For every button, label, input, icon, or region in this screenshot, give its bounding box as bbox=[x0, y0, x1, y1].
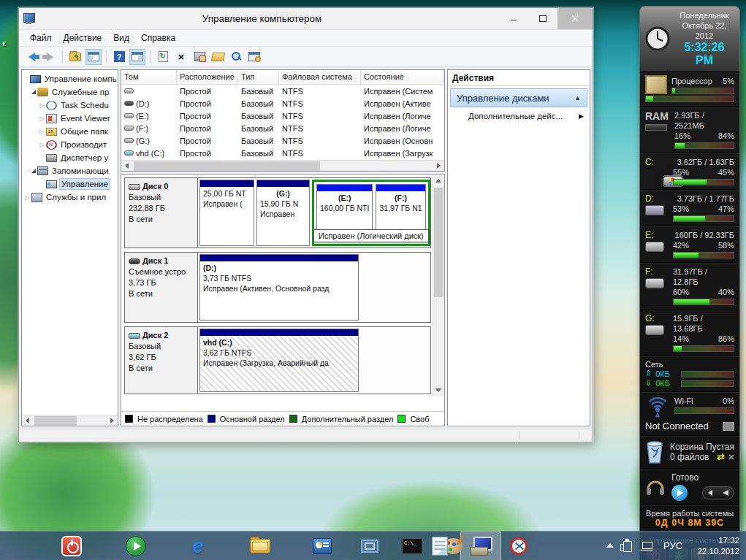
gadget-clock-section[interactable]: Понедельник Октябрь 22, 2012 5:32:26 PM bbox=[640, 7, 739, 72]
volume-row[interactable]: vhd (C:) Простой Базовый NTFS Исправен (… bbox=[121, 147, 444, 159]
taskbar-internet-explorer-icon[interactable]: e bbox=[186, 534, 210, 558]
partition-system[interactable]: 25,00 ГБ NT Исправен ( bbox=[199, 180, 254, 246]
scrollbar-thumb[interactable] bbox=[134, 161, 320, 171]
tree-expander-collapsed[interactable]: ▷ bbox=[38, 102, 46, 109]
tree-expander-collapsed[interactable]: ▷ bbox=[23, 194, 31, 201]
volume-row[interactable]: (F:) Простой Базовый NTFS Исправен (Логи… bbox=[121, 122, 444, 134]
recycle-refresh-icon[interactable]: ⇄ bbox=[717, 452, 725, 462]
scrollbar-thumb[interactable] bbox=[434, 188, 444, 297]
maximize-button[interactable] bbox=[528, 8, 557, 29]
taskbar-snipping-tool-icon[interactable] bbox=[507, 534, 530, 558]
tree-expander-expanded[interactable] bbox=[29, 169, 37, 173]
open-button[interactable] bbox=[210, 49, 226, 65]
show-action-pane-button[interactable] bbox=[129, 49, 145, 65]
find-button[interactable] bbox=[228, 49, 244, 65]
volume-control[interactable] bbox=[702, 486, 734, 499]
taskbar-clock[interactable]: 17:32 22.10.2012 bbox=[694, 535, 739, 557]
tree-item-computer-management[interactable]: Управление компь bbox=[22, 72, 118, 85]
column-header-layout[interactable]: Расположение bbox=[177, 70, 238, 84]
scrollbar-thumb[interactable] bbox=[34, 416, 77, 426]
volume-list-horizontal-scrollbar[interactable] bbox=[121, 160, 444, 171]
close-button[interactable]: ✕ bbox=[557, 8, 593, 29]
tree-item-device-manager[interactable]: Диспетчер у bbox=[22, 151, 118, 164]
tree-expander-collapsed[interactable]: ▷ bbox=[38, 129, 46, 135]
menu-help[interactable]: Справка bbox=[136, 31, 180, 45]
tree-item-event-viewer[interactable]: ▷ Event Viewer bbox=[22, 112, 118, 125]
help-button[interactable]: ? bbox=[111, 49, 127, 65]
battery-icon[interactable] bbox=[623, 541, 632, 552]
taskbar-file-explorer-icon[interactable] bbox=[248, 534, 272, 558]
taskbar-notepad-icon[interactable] bbox=[428, 534, 452, 558]
tree-item-storage[interactable]: Запоминающи bbox=[22, 164, 118, 177]
scroll-left-arrow[interactable] bbox=[22, 415, 33, 426]
tree-item-task-scheduler[interactable]: ▷ Task Schedu bbox=[22, 99, 118, 112]
partition-d[interactable]: (D:) 3,73 ГБ NTFS Исправен (Активен, Осн… bbox=[199, 254, 359, 321]
taskbar-media-player-icon[interactable] bbox=[124, 534, 148, 558]
tree-item-system-tools[interactable]: Служебные пр bbox=[22, 85, 118, 99]
disk-1-label[interactable]: Диск 1 Съемное устро 3,73 ГБ В сети bbox=[125, 253, 198, 322]
tree-expander-expanded[interactable] bbox=[29, 90, 37, 94]
scroll-left-arrow[interactable] bbox=[121, 161, 132, 172]
column-header-volume[interactable]: Том bbox=[121, 70, 177, 84]
disk-2-label[interactable]: Диск 2 Базовый 3,62 ГБ В сети bbox=[125, 327, 198, 394]
tree-expander-collapsed[interactable]: ▷ bbox=[38, 142, 46, 148]
speaker-low-icon[interactable] bbox=[708, 490, 712, 496]
tree-item-shared-folders[interactable]: ▷ Общие папк bbox=[22, 125, 118, 138]
partition-vhd-c[interactable]: vhd (C:) 3,62 ГБ NTFS Исправен (Загрузка… bbox=[199, 329, 359, 392]
delete-button[interactable]: × bbox=[173, 49, 189, 65]
properties-button[interactable] bbox=[191, 49, 208, 65]
back-button[interactable] bbox=[23, 49, 39, 65]
menu-action[interactable]: Действие bbox=[58, 31, 107, 45]
disk-view-vertical-scrollbar[interactable] bbox=[433, 175, 444, 396]
volume-row[interactable]: (E:) Простой Базовый NTFS Исправен (Логи… bbox=[121, 110, 444, 122]
forward-button[interactable] bbox=[42, 49, 58, 65]
column-header-filesystem[interactable]: Файловая система bbox=[279, 70, 361, 84]
network-tray-icon[interactable] bbox=[642, 542, 652, 549]
scroll-right-arrow[interactable] bbox=[107, 415, 118, 426]
gadget-recycle-section[interactable]: КорзинаПустая 0 файлов ⇄ × bbox=[640, 436, 739, 469]
scroll-up-arrow[interactable] bbox=[433, 175, 444, 186]
gadget-cpu-section[interactable]: Процессор5% bbox=[640, 72, 739, 107]
menu-file[interactable]: Файл bbox=[25, 31, 57, 45]
taskbar-control-panel-icon[interactable] bbox=[311, 534, 334, 558]
scroll-right-arrow[interactable] bbox=[433, 161, 444, 172]
taskbar-frames-icon[interactable] bbox=[358, 534, 381, 558]
gadget-drive-f[interactable]: F: 31.97ГБ / 12.8ГБ 60%40% bbox=[640, 263, 739, 310]
tree-item-services[interactable]: ▷ Службы и прил bbox=[22, 191, 118, 204]
gadget-drive-e[interactable]: E: 160ГБ / 92.33ГБ 42%58% bbox=[640, 226, 739, 263]
gadget-drive-c[interactable]: C: 3.62ГБ / 1.63ГБ 55%45% bbox=[640, 153, 739, 190]
show-hidden-icons-arrow[interactable] bbox=[606, 543, 614, 548]
more-actions-item[interactable]: Дополнительные дейс... ▶ bbox=[448, 107, 590, 123]
tree-item-performance[interactable]: ▷ Производит bbox=[22, 138, 118, 151]
taskbar-computer-management-icon[interactable] bbox=[469, 534, 492, 558]
gadget-drive-d[interactable]: D: 3.73ГБ / 1.77ГБ 53%47% bbox=[640, 190, 739, 226]
volume-row[interactable]: Простой Базовый NTFS Исправен (Систем bbox=[121, 85, 444, 97]
column-header-status[interactable]: Состояние bbox=[361, 70, 444, 84]
partition-g[interactable]: (G:) 15,90 ГБ N Исправен bbox=[256, 180, 310, 246]
title-bar[interactable]: Управление компьютером – ✕ bbox=[19, 8, 593, 30]
collapse-icon[interactable]: ▲ bbox=[574, 94, 581, 101]
disk-management-tool-button[interactable] bbox=[246, 49, 262, 65]
up-one-level-button[interactable] bbox=[67, 49, 83, 65]
recycle-empty-icon[interactable]: × bbox=[728, 452, 734, 462]
gadget-wifi-section[interactable]: Wi-Fi0% Not Connected bbox=[640, 392, 739, 436]
scroll-down-arrow[interactable] bbox=[433, 385, 444, 396]
volume-row[interactable]: (G:) Простой Базовый NTFS Исправен (Осно… bbox=[121, 134, 444, 147]
tree-item-disk-management[interactable]: Управление bbox=[22, 177, 118, 191]
column-header-type[interactable]: Тип bbox=[238, 70, 279, 84]
refresh-button[interactable] bbox=[155, 49, 171, 65]
disk-management-action-group[interactable]: Управление дисками ▲ bbox=[450, 88, 587, 107]
gadget-audio-section[interactable]: Готово bbox=[640, 469, 739, 505]
play-button[interactable] bbox=[671, 485, 688, 501]
tree-horizontal-scrollbar[interactable] bbox=[22, 415, 118, 426]
gadget-network-section[interactable]: Сеть ⇑ 0КБ ⇓ 0КБ bbox=[640, 356, 739, 392]
language-indicator[interactable]: РУС bbox=[663, 540, 682, 551]
speaker-high-icon[interactable] bbox=[723, 490, 728, 496]
menu-view[interactable]: Вид bbox=[108, 31, 134, 45]
gadget-drive-g[interactable]: G: 15.9ГБ / 13.68ГБ 14%86% bbox=[640, 310, 739, 356]
disk-0-label[interactable]: Диск 0 Базовый 232,88 ГБ В сети bbox=[125, 178, 198, 248]
gadget-ram-section[interactable]: RAM 2.93ГБ / 2521МБ 16%84% bbox=[640, 107, 739, 153]
tree-expander-collapsed[interactable]: ▷ bbox=[38, 115, 46, 122]
show-console-tree-button[interactable] bbox=[85, 49, 102, 65]
volume-row[interactable]: (D:) Простой Базовый NTFS Исправен (Акти… bbox=[121, 97, 444, 110]
